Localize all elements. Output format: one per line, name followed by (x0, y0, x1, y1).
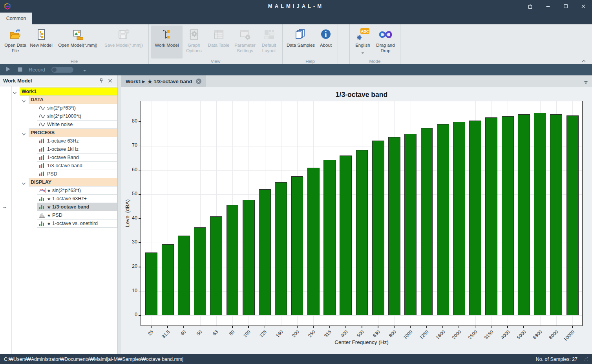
app-window: MALMIJAL-M Common Open Data FileNew Mode… (0, 0, 592, 364)
bar-2000hz (453, 122, 465, 315)
tree-item-1-octave-band[interactable]: 1-octave Band (37, 153, 117, 162)
bar-400hz (340, 155, 352, 315)
chevron-down-icon[interactable] (22, 130, 26, 135)
tab-list-dropdown-icon[interactable] (584, 79, 588, 86)
star-icon: ★ (47, 197, 51, 201)
tree-item-display[interactable]: DISPLAY (29, 178, 117, 187)
bar-800hz (388, 137, 400, 315)
tree-item-process[interactable]: PROCESS (29, 128, 117, 137)
open-data-file-icon (9, 27, 22, 42)
work-model-tree: Work1DATAsin(2*pi*63*t)sin(2*pi*1000*t)W… (0, 86, 117, 354)
bar-10000hz (566, 115, 579, 315)
x-tick-label: 800 (388, 329, 397, 338)
tree-item-work1[interactable]: Work1 (20, 87, 117, 96)
chevron-down-icon[interactable] (22, 180, 26, 185)
y-tick-label: 70 (122, 143, 137, 148)
record-toolbar: Record (0, 64, 592, 75)
tree-item-sin-2-pi-63-t[interactable]: ★sin(2*pi*63*t) (37, 186, 117, 195)
popout-button[interactable] (521, 0, 539, 13)
english-button[interactable]: ABCEnglish (352, 26, 373, 59)
tree-item-psd[interactable]: ★PSD (37, 211, 117, 219)
maximize-button[interactable] (557, 0, 574, 13)
play-icon[interactable] (5, 66, 11, 73)
x-tick-mark (345, 326, 346, 328)
x-tick-mark (265, 326, 265, 328)
x-tick-mark (556, 326, 557, 328)
parameter-settings-button: Parameter Settings (232, 26, 258, 59)
close-tab-icon[interactable] (196, 79, 201, 84)
tree-item-1-3-octave-band[interactable]: ★1/3-octave band (37, 203, 117, 211)
tree-item-white-noise[interactable]: White noise (37, 120, 117, 129)
close-button[interactable] (574, 0, 592, 13)
tree-item-sin-2-pi-63-t[interactable]: sin(2*pi*63*t) (37, 104, 117, 112)
minimize-button[interactable] (539, 0, 557, 13)
ribbon-group-file: Open Data FileNew ModelOpen Model(*.mmj)… (0, 24, 149, 64)
drag-drop-icon (378, 27, 393, 42)
x-tick-mark (329, 326, 330, 328)
tree-item-1-octave-vs-onethird[interactable]: ★1-octave vs. onethird (37, 219, 117, 228)
h-gridline (141, 122, 582, 122)
statusbar-sample-count: No. of Samples: 27 (536, 357, 577, 362)
stop-icon[interactable] (18, 66, 22, 73)
x-tick-mark (297, 326, 298, 328)
bar-630hz (372, 141, 384, 315)
tree-item-label: 1-octave 63Hz+ (52, 196, 87, 201)
bar-500hz (356, 150, 368, 315)
star-icon: ★ (47, 205, 51, 209)
y-axis-label: Level (dBA) (124, 199, 130, 227)
x-tick-mark (475, 326, 476, 328)
bars-green-icon (39, 196, 46, 201)
tree-item-data[interactable]: DATA (29, 95, 117, 104)
panel-splitter[interactable] (118, 75, 121, 354)
chevron-down-icon[interactable] (13, 89, 17, 94)
ribbon: Open Data FileNew ModelOpen Model(*.mmj)… (0, 24, 592, 64)
tree-item-label: White noise (47, 122, 73, 127)
tree-item-label: 1-octave 1kHz (47, 146, 79, 152)
about-button[interactable]: About (316, 26, 335, 59)
x-tick-label: 250 (307, 329, 316, 338)
new-model-button[interactable]: New Model (28, 26, 54, 59)
data-samples-button[interactable]: Data Samples (285, 26, 316, 59)
default-layout-button: Default Layout (258, 26, 280, 59)
y-tick-label: 80 (122, 118, 137, 124)
x-tick-mark (362, 326, 362, 328)
tree-item-1-octave-63hz[interactable]: ★1-octave 63Hz+ (37, 194, 117, 203)
tree-item-label: PROCESS (31, 130, 55, 135)
work-model-button[interactable]: Work Model (151, 26, 183, 59)
x-tick-label: 2000 (451, 329, 462, 340)
record-toggle[interactable] (51, 67, 73, 73)
tree-item-sin-2-pi-1000-t[interactable]: sin(2*pi*1000*t) (37, 112, 117, 121)
svg-text:ABC: ABC (361, 29, 369, 33)
bars-rgb-icon (39, 163, 46, 168)
document-tab[interactable]: Work1► ★ 1/3-octave band (121, 75, 206, 87)
y-tick-mark (139, 121, 141, 122)
open-data-file-button[interactable]: Open Data File (2, 26, 28, 59)
ribbon-button-label: Data Table (208, 42, 230, 48)
x-tick-label: 40 (179, 329, 187, 337)
y-tick-mark (139, 170, 141, 171)
work-model-panel: Work Model Work1DATAsin(2*pi*63*t)sin(2*… (0, 75, 118, 354)
record-options-caret-icon[interactable] (83, 66, 86, 73)
bar-1250hz (421, 128, 433, 315)
pin-icon[interactable] (97, 77, 106, 85)
y-tick-mark (139, 291, 141, 292)
tree-item-psd[interactable]: PSD (37, 170, 117, 178)
bars-rgb-icon (39, 138, 46, 144)
bar-40hz (178, 236, 190, 315)
record-label: Record (29, 67, 45, 73)
resize-grip-icon[interactable] (584, 357, 588, 362)
close-panel-icon[interactable] (106, 77, 114, 85)
drag-and-drop-button[interactable]: Drag and Drop (373, 26, 398, 59)
tab-common[interactable]: Common (0, 13, 32, 24)
tree-item-1-3-octave-band[interactable]: 1/3-octave band (37, 161, 117, 170)
titlebar: MALMIJAL-M (0, 0, 592, 13)
ribbon-group-label: Help (283, 59, 338, 64)
chart-area: 1/3-octave band Level (dBA) Center Frequ… (121, 87, 592, 354)
open-model-mmj-button[interactable]: Open Model(*.mmj) (54, 26, 101, 59)
x-tick-mark (442, 326, 443, 328)
window-title: MALMIJAL-M (0, 0, 592, 13)
x-tick-label: 2500 (467, 329, 479, 340)
tree-item-1-octave-1khz[interactable]: 1-octave 1kHz (37, 145, 117, 154)
chevron-down-icon[interactable] (22, 97, 26, 102)
tree-item-1-octave-63hz[interactable]: 1-octave 63Hz (37, 137, 117, 145)
